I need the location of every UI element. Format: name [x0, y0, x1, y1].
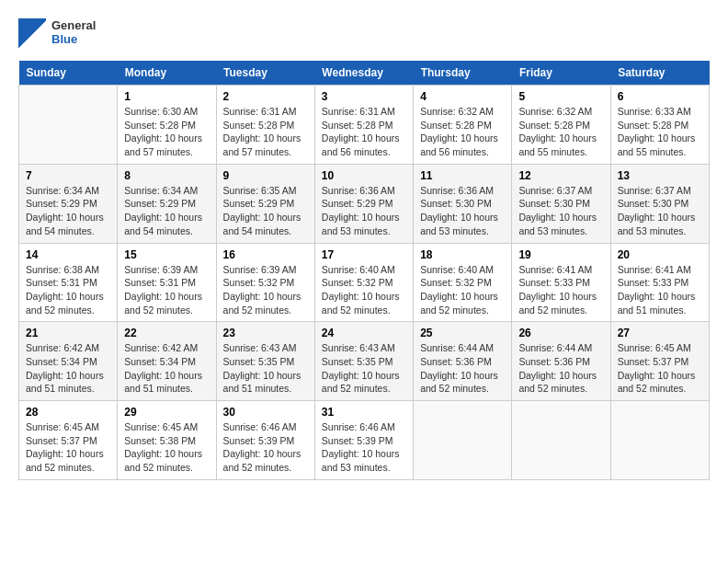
day-number: 24: [322, 327, 406, 339]
day-info: Sunrise: 6:41 AM Sunset: 5:33 PM Dayligh…: [518, 263, 603, 317]
day-number: 13: [618, 169, 702, 182]
day-info: Sunrise: 6:40 AM Sunset: 5:32 PM Dayligh…: [322, 263, 406, 317]
calendar-cell: 13Sunrise: 6:37 AM Sunset: 5:30 PM Dayli…: [610, 164, 709, 243]
day-number: 3: [322, 90, 406, 103]
day-info: Sunrise: 6:39 AM Sunset: 5:31 PM Dayligh…: [124, 263, 209, 317]
day-number: 17: [322, 248, 406, 261]
day-info: Sunrise: 6:41 AM Sunset: 5:33 PM Dayligh…: [618, 263, 702, 317]
calendar-cell: 17Sunrise: 6:40 AM Sunset: 5:32 PM Dayli…: [314, 243, 413, 322]
day-info: Sunrise: 6:34 AM Sunset: 5:29 PM Dayligh…: [26, 184, 110, 238]
day-number: 31: [322, 406, 406, 419]
calendar-cell: 15Sunrise: 6:39 AM Sunset: 5:31 PM Dayli…: [118, 243, 216, 322]
calendar-cell: 3Sunrise: 6:31 AM Sunset: 5:28 PM Daylig…: [314, 86, 413, 165]
day-number: 27: [618, 327, 702, 339]
day-number: 8: [124, 169, 209, 182]
calendar-cell: 18Sunrise: 6:40 AM Sunset: 5:32 PM Dayli…: [414, 243, 512, 322]
calendar-cell: 10Sunrise: 6:36 AM Sunset: 5:29 PM Dayli…: [314, 164, 413, 243]
calendar-cell: 5Sunrise: 6:32 AM Sunset: 5:28 PM Daylig…: [512, 86, 610, 165]
day-number: 20: [618, 248, 702, 261]
day-number: 2: [223, 90, 308, 103]
day-number: 12: [518, 169, 603, 182]
day-info: Sunrise: 6:42 AM Sunset: 5:34 PM Dayligh…: [26, 341, 110, 396]
weekday-header-monday: Monday: [118, 61, 216, 86]
calendar-cell: 20Sunrise: 6:41 AM Sunset: 5:33 PM Dayli…: [610, 243, 709, 322]
day-info: Sunrise: 6:40 AM Sunset: 5:32 PM Dayligh…: [420, 263, 505, 317]
calendar-cell: 23Sunrise: 6:43 AM Sunset: 5:35 PM Dayli…: [216, 322, 314, 401]
day-number: 25: [420, 327, 505, 339]
day-number: 5: [518, 90, 603, 103]
day-info: Sunrise: 6:38 AM Sunset: 5:31 PM Dayligh…: [26, 263, 110, 317]
day-info: Sunrise: 6:30 AM Sunset: 5:28 PM Dayligh…: [124, 105, 209, 159]
day-info: Sunrise: 6:39 AM Sunset: 5:32 PM Dayligh…: [223, 263, 308, 317]
calendar-week-3: 14Sunrise: 6:38 AM Sunset: 5:31 PM Dayli…: [19, 243, 710, 322]
day-info: Sunrise: 6:45 AM Sunset: 5:37 PM Dayligh…: [618, 341, 702, 396]
calendar-cell: 31Sunrise: 6:46 AM Sunset: 5:39 PM Dayli…: [314, 401, 413, 480]
logo: General Blue General Blue: [18, 18, 96, 46]
day-number: 7: [26, 169, 110, 182]
calendar-week-2: 7Sunrise: 6:34 AM Sunset: 5:29 PM Daylig…: [19, 164, 710, 243]
day-number: 11: [420, 169, 505, 182]
calendar-week-4: 21Sunrise: 6:42 AM Sunset: 5:34 PM Dayli…: [19, 322, 710, 401]
day-info: Sunrise: 6:33 AM Sunset: 5:28 PM Dayligh…: [618, 105, 702, 159]
page-header: General Blue General Blue: [18, 18, 710, 46]
calendar-cell: 30Sunrise: 6:46 AM Sunset: 5:39 PM Dayli…: [216, 401, 314, 480]
weekday-header-friday: Friday: [512, 61, 610, 86]
day-number: 22: [124, 327, 209, 339]
calendar-cell: 7Sunrise: 6:34 AM Sunset: 5:29 PM Daylig…: [19, 164, 118, 243]
day-info: Sunrise: 6:36 AM Sunset: 5:29 PM Dayligh…: [322, 184, 406, 238]
calendar-cell: 26Sunrise: 6:44 AM Sunset: 5:36 PM Dayli…: [512, 322, 610, 401]
calendar-cell: 16Sunrise: 6:39 AM Sunset: 5:32 PM Dayli…: [216, 243, 314, 322]
calendar-cell: 24Sunrise: 6:43 AM Sunset: 5:35 PM Dayli…: [314, 322, 413, 401]
day-number: 14: [26, 248, 110, 261]
day-number: 9: [223, 169, 308, 182]
day-info: Sunrise: 6:43 AM Sunset: 5:35 PM Dayligh…: [223, 341, 308, 396]
weekday-header-row: SundayMondayTuesdayWednesdayThursdayFrid…: [19, 61, 710, 86]
day-info: Sunrise: 6:45 AM Sunset: 5:37 PM Dayligh…: [26, 420, 110, 475]
day-number: 19: [518, 248, 603, 261]
day-info: Sunrise: 6:45 AM Sunset: 5:38 PM Dayligh…: [124, 420, 209, 475]
calendar-cell: 22Sunrise: 6:42 AM Sunset: 5:34 PM Dayli…: [118, 322, 216, 401]
calendar-cell: 8Sunrise: 6:34 AM Sunset: 5:29 PM Daylig…: [118, 164, 216, 243]
day-info: Sunrise: 6:42 AM Sunset: 5:34 PM Dayligh…: [124, 341, 209, 396]
weekday-header-saturday: Saturday: [610, 61, 709, 86]
day-number: 16: [223, 248, 308, 261]
day-number: 26: [518, 327, 603, 339]
logo-blue: Blue: [51, 32, 96, 46]
day-info: Sunrise: 6:32 AM Sunset: 5:28 PM Dayligh…: [420, 105, 505, 159]
calendar-table: SundayMondayTuesdayWednesdayThursdayFrid…: [18, 61, 710, 480]
calendar-cell: 21Sunrise: 6:42 AM Sunset: 5:34 PM Dayli…: [19, 322, 118, 401]
day-info: Sunrise: 6:34 AM Sunset: 5:29 PM Dayligh…: [124, 184, 209, 238]
calendar-cell: 25Sunrise: 6:44 AM Sunset: 5:36 PM Dayli…: [414, 322, 512, 401]
weekday-header-tuesday: Tuesday: [216, 61, 314, 86]
calendar-cell: 2Sunrise: 6:31 AM Sunset: 5:28 PM Daylig…: [216, 86, 314, 165]
calendar-body: 1Sunrise: 6:30 AM Sunset: 5:28 PM Daylig…: [19, 86, 710, 480]
day-info: Sunrise: 6:37 AM Sunset: 5:30 PM Dayligh…: [518, 184, 603, 238]
day-number: 21: [26, 327, 110, 339]
day-info: Sunrise: 6:46 AM Sunset: 5:39 PM Dayligh…: [322, 420, 406, 475]
day-info: Sunrise: 6:44 AM Sunset: 5:36 PM Dayligh…: [420, 341, 505, 396]
weekday-header-sunday: Sunday: [19, 61, 118, 86]
calendar-cell: [512, 401, 610, 480]
day-number: 6: [618, 90, 702, 103]
day-number: 1: [124, 90, 209, 103]
calendar-cell: [414, 401, 512, 480]
calendar-cell: 28Sunrise: 6:45 AM Sunset: 5:37 PM Dayli…: [19, 401, 118, 480]
calendar-cell: 14Sunrise: 6:38 AM Sunset: 5:31 PM Dayli…: [19, 243, 118, 322]
day-number: 28: [26, 406, 110, 419]
calendar-cell: [19, 86, 118, 165]
weekday-header-thursday: Thursday: [414, 61, 512, 86]
calendar-cell: 6Sunrise: 6:33 AM Sunset: 5:28 PM Daylig…: [610, 86, 709, 165]
day-info: Sunrise: 6:36 AM Sunset: 5:30 PM Dayligh…: [420, 184, 505, 238]
logo-general: General: [51, 18, 96, 32]
weekday-header-wednesday: Wednesday: [314, 61, 413, 86]
day-info: Sunrise: 6:44 AM Sunset: 5:36 PM Dayligh…: [518, 341, 603, 396]
calendar-cell: 29Sunrise: 6:45 AM Sunset: 5:38 PM Dayli…: [118, 401, 216, 480]
day-info: Sunrise: 6:37 AM Sunset: 5:30 PM Dayligh…: [618, 184, 702, 238]
day-info: Sunrise: 6:31 AM Sunset: 5:28 PM Dayligh…: [223, 105, 308, 159]
calendar-cell: 19Sunrise: 6:41 AM Sunset: 5:33 PM Dayli…: [512, 243, 610, 322]
calendar-cell: 11Sunrise: 6:36 AM Sunset: 5:30 PM Dayli…: [414, 164, 512, 243]
calendar-week-5: 28Sunrise: 6:45 AM Sunset: 5:37 PM Dayli…: [19, 401, 710, 480]
day-number: 30: [223, 406, 308, 419]
day-info: Sunrise: 6:31 AM Sunset: 5:28 PM Dayligh…: [322, 105, 406, 159]
calendar-cell: 27Sunrise: 6:45 AM Sunset: 5:37 PM Dayli…: [610, 322, 709, 401]
